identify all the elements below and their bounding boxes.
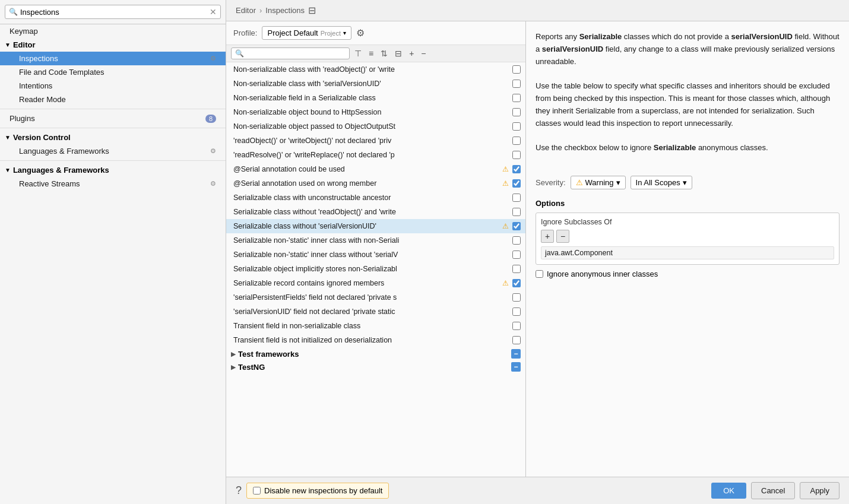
search-box: 🔍 ✕ <box>0 0 226 24</box>
sidebar-item-inspections[interactable]: Inspections ⚙ <box>0 52 226 65</box>
sort-btn[interactable]: ≡ <box>366 47 376 59</box>
inspection-item[interactable]: Serializable non-'static' inner class wi… <box>226 248 525 262</box>
dialog-buttons: OK Cancel Apply <box>711 482 840 499</box>
inspection-item-selected[interactable]: Serializable class without 'serialVersio… <box>226 219 525 233</box>
add-class-button[interactable]: + <box>541 230 554 243</box>
inspection-item[interactable]: @Serial annotation could be used ⚠ <box>226 162 525 176</box>
item-checkbox[interactable] <box>512 336 521 344</box>
inspection-item[interactable]: Non-serializable object bound to HttpSes… <box>226 105 525 119</box>
options-section: Options Ignore Subclasses Of + − java.aw… <box>536 199 840 278</box>
arrow-icon: ▶ <box>231 364 236 370</box>
inspection-item[interactable]: 'readObject()' or 'writeObject()' not de… <box>226 134 525 148</box>
inspection-item[interactable]: Transient field in non-serializable clas… <box>226 319 525 333</box>
inspection-item[interactable]: Non-serializable field in a Serializable… <box>226 91 525 105</box>
sidebar-group-languages[interactable]: ▼ Languages & Frameworks <box>0 163 226 177</box>
sidebar-item-plugins[interactable]: Plugins 8 <box>0 112 226 125</box>
disable-new-inspections-checkbox[interactable] <box>253 487 261 495</box>
description-text: Reports any Serializable classes which d… <box>536 31 840 154</box>
item-checkbox[interactable] <box>512 265 521 273</box>
remove-class-button[interactable]: − <box>556 230 569 243</box>
filter-search-wrap[interactable]: 🔍 <box>231 47 350 59</box>
gear-button[interactable]: ⚙ <box>356 27 365 39</box>
ok-button[interactable]: OK <box>711 483 746 499</box>
item-checkbox[interactable] <box>512 108 521 116</box>
sidebar-group-version-control[interactable]: ▼ Version Control <box>0 131 226 144</box>
inspection-item[interactable]: @Serial annotation used on wrong member … <box>226 176 525 191</box>
class-list-item[interactable]: java.awt.Component <box>541 246 834 259</box>
item-checkbox[interactable] <box>512 151 521 159</box>
inspection-item[interactable]: Serializable class with unconstructable … <box>226 191 525 205</box>
remove-btn[interactable]: − <box>419 47 428 59</box>
severity-select[interactable]: ⚠ Warning ▾ <box>571 176 626 189</box>
group-item-testng[interactable]: ▶ TestNG − <box>226 360 525 373</box>
group-minus-btn[interactable]: − <box>511 362 521 372</box>
group-item-test-frameworks[interactable]: ▶ Test frameworks − <box>226 347 525 360</box>
breadcrumb: Editor › Inspections ⊟ <box>226 0 849 21</box>
item-checkbox[interactable] <box>512 208 521 216</box>
item-checkbox[interactable] <box>512 279 521 287</box>
item-checkbox[interactable] <box>512 194 521 202</box>
apply-button[interactable]: Apply <box>800 482 840 499</box>
item-text: Serializable record contains ignored mem… <box>233 279 499 287</box>
severity-label: Severity: <box>536 178 566 187</box>
item-checkbox[interactable] <box>512 251 521 259</box>
inspection-item[interactable]: Serializable object implicitly stores no… <box>226 262 525 276</box>
sidebar-item-intentions[interactable]: Intentions <box>0 79 226 93</box>
clear-icon[interactable]: ✕ <box>210 7 217 17</box>
inspection-item[interactable]: Serializable record contains ignored mem… <box>226 276 525 290</box>
inspection-item[interactable]: Non-serializable class with 'serialVersi… <box>226 77 525 91</box>
item-text: @Serial annotation used on wrong member <box>233 179 499 188</box>
item-checkbox[interactable] <box>512 308 521 316</box>
profile-select[interactable]: Project Default Project ▾ <box>262 26 351 40</box>
sidebar-item-commit[interactable]: Languages & Frameworks ⚙ <box>0 144 226 158</box>
add-btn[interactable]: + <box>407 47 416 59</box>
ignore-anon-row: Ignore anonymous inner classes <box>536 270 840 278</box>
inspection-item[interactable]: Non-serializable object passed to Object… <box>226 119 525 134</box>
group-label: TestNG <box>238 363 265 372</box>
disable-new-inspections-label: Disable new inspections by default <box>264 486 382 495</box>
scope-select[interactable]: In All Scopes ▾ <box>631 176 692 189</box>
sidebar-item-keymap[interactable]: Keymap <box>0 24 226 38</box>
item-text: @Serial annotation could be used <box>233 165 499 173</box>
breadcrumb-settings-icon[interactable]: ⊟ <box>308 5 316 16</box>
sidebar-item-file-code-templates[interactable]: File and Code Templates <box>0 65 226 79</box>
sidebar-group-editor[interactable]: ▼ Editor <box>0 38 226 52</box>
item-checkbox[interactable] <box>512 137 521 145</box>
cancel-button[interactable]: Cancel <box>751 482 795 499</box>
inspection-item[interactable]: Serializable non-'static' inner class wi… <box>226 233 525 248</box>
filter-btn[interactable]: ⊤ <box>352 47 364 59</box>
item-checkbox[interactable] <box>512 236 521 245</box>
item-checkbox[interactable] <box>512 80 521 88</box>
inspection-item[interactable]: Non-serializable class with 'readObject(… <box>226 62 525 77</box>
search-input[interactable] <box>20 8 210 17</box>
ignore-subclasses-panel: Ignore Subclasses Of + − java.awt.Compon… <box>536 213 840 265</box>
item-checkbox[interactable] <box>512 293 521 302</box>
item-text: Serializable non-'static' inner class wi… <box>233 251 509 259</box>
item-checkbox[interactable] <box>512 322 521 330</box>
item-checkbox[interactable] <box>512 65 521 74</box>
sidebar-item-reader-mode[interactable]: Reader Mode <box>0 93 226 106</box>
inspection-item[interactable]: Serializable class without 'readObject()… <box>226 205 525 219</box>
sidebar-item-reactive-streams[interactable]: Reactive Streams ⚙ <box>0 177 226 191</box>
item-checkbox[interactable] <box>512 122 521 131</box>
arrow-down-icon: ▼ <box>5 134 11 141</box>
group-minus-btn[interactable]: − <box>511 349 521 359</box>
collapse-btn[interactable]: ⊟ <box>392 47 404 59</box>
item-checkbox[interactable] <box>512 179 521 188</box>
item-checkbox[interactable] <box>512 165 521 173</box>
ignore-anon-checkbox[interactable] <box>536 270 543 278</box>
help-button[interactable]: ? <box>236 484 242 497</box>
inspection-item[interactable]: 'serialVersionUID' field not declared 'p… <box>226 305 525 319</box>
scope-value: In All Scopes <box>636 178 680 187</box>
item-checkbox[interactable] <box>512 222 521 230</box>
item-checkbox[interactable] <box>512 94 521 102</box>
options-title: Options <box>536 199 840 208</box>
expand-btn[interactable]: ⇅ <box>378 47 390 59</box>
inspection-item[interactable]: Transient field is not initialized on de… <box>226 333 525 347</box>
search-input-wrap[interactable]: 🔍 ✕ <box>5 5 221 19</box>
profile-label: Profile: <box>233 28 257 37</box>
inspection-item[interactable]: 'serialPersistentFields' field not decla… <box>226 290 525 305</box>
inspection-item[interactable]: 'readResolve()' or 'writeReplace()' not … <box>226 148 525 162</box>
filter-search-input[interactable] <box>246 49 346 58</box>
sidebar-item-label: Plugins <box>9 114 35 123</box>
